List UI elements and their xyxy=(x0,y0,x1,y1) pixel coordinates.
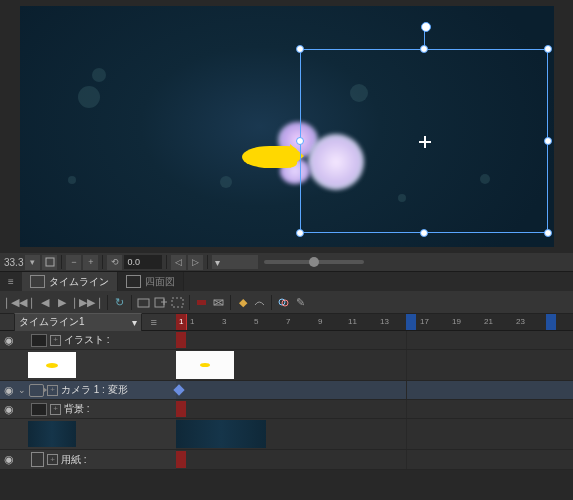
zoom-fit-icon[interactable] xyxy=(42,255,57,270)
onion-slider[interactable] xyxy=(264,260,364,264)
resize-handle-n[interactable] xyxy=(420,45,428,53)
goto-start-icon[interactable]: ❘◀ xyxy=(3,295,18,310)
clip-cel[interactable] xyxy=(176,351,234,379)
clip[interactable] xyxy=(176,401,186,417)
timeline-tracks: ◉ + イラスト : ◉ ⌄ + カメラ 1 : 変形 xyxy=(0,331,573,470)
ruler-marker[interactable] xyxy=(546,314,556,330)
track-lane[interactable] xyxy=(176,450,573,469)
play-icon[interactable]: ▶ xyxy=(54,295,69,310)
new-folder-icon[interactable] xyxy=(136,295,151,310)
camera-icon xyxy=(29,384,44,397)
timeline-ruler[interactable]: 1 1 3 5 7 9 11 13 17 19 21 23 xyxy=(176,314,573,331)
track-header-illust[interactable]: ◉ + イラスト : xyxy=(0,331,176,349)
clip[interactable] xyxy=(176,332,186,348)
track-thumb-row xyxy=(0,350,176,380)
visibility-icon[interactable]: ◉ xyxy=(2,453,15,466)
edit-icon[interactable]: ✎ xyxy=(293,295,308,310)
expand-icon[interactable]: + xyxy=(47,385,58,396)
track-lane[interactable] xyxy=(176,381,573,399)
visibility-icon[interactable]: ◉ xyxy=(2,334,15,347)
layer-thumb-icon xyxy=(31,403,47,416)
bg-bubble xyxy=(220,176,232,188)
track-lane[interactable] xyxy=(176,331,573,349)
next-view-icon[interactable]: ▷ xyxy=(188,255,203,270)
loop-icon[interactable]: ↻ xyxy=(112,295,127,310)
track-header-paper[interactable]: ◉ + 用紙 : xyxy=(0,450,176,469)
step-back-icon[interactable]: ◀❘ xyxy=(20,295,35,310)
rotate-icon[interactable]: ⟲ xyxy=(107,255,122,270)
resize-handle-s[interactable] xyxy=(420,229,428,237)
step-fwd-icon[interactable]: ❘▶ xyxy=(71,295,86,310)
zoom-value: 33.3 xyxy=(4,257,23,268)
bg-bubble xyxy=(68,176,76,184)
bg-bubble xyxy=(78,86,100,108)
svg-rect-0 xyxy=(46,258,54,266)
svg-rect-1 xyxy=(138,299,149,307)
visibility-icon[interactable]: ◉ xyxy=(2,403,15,416)
resize-handle-w[interactable] xyxy=(296,137,304,145)
zoom-out-icon[interactable]: − xyxy=(66,255,81,270)
track-header-bg[interactable]: ◉ + 背景 : xyxy=(0,400,176,418)
tab-timeline[interactable]: タイムライン xyxy=(22,272,118,291)
resize-handle-nw[interactable] xyxy=(296,45,304,53)
cel-thumbnail[interactable] xyxy=(28,352,76,378)
tab-fourview[interactable]: 四面図 xyxy=(118,272,184,291)
resize-handle-se[interactable] xyxy=(544,229,552,237)
keyframe[interactable] xyxy=(173,384,184,395)
time-input[interactable] xyxy=(124,255,162,269)
transform-pivot[interactable] xyxy=(419,136,431,148)
expand-icon[interactable]: + xyxy=(50,335,61,346)
track-lane[interactable] xyxy=(176,400,573,418)
chevron-down-icon: ▾ xyxy=(132,317,137,328)
svg-rect-4 xyxy=(197,300,206,305)
onion-skin-icon[interactable] xyxy=(276,295,291,310)
track-header-camera[interactable]: ◉ ⌄ + カメラ 1 : 変形 xyxy=(0,381,176,399)
timeline-select[interactable]: タイムライン1▾ xyxy=(14,313,142,332)
ruler-end-marker[interactable] xyxy=(406,314,416,330)
delete-clip-icon[interactable] xyxy=(211,295,226,310)
zoom-dropdown[interactable]: ▾ xyxy=(25,255,40,270)
chevron-down-icon[interactable]: ⌄ xyxy=(18,385,26,395)
fish-body xyxy=(242,146,297,168)
track-thumb-row xyxy=(0,419,176,449)
clip-icon[interactable] xyxy=(194,295,209,310)
chevron-down-icon: ▾ xyxy=(215,257,220,268)
paper-icon xyxy=(31,452,44,467)
status-bar: 33.3 ▾ − + ⟲ ◁ ▷ ▾ xyxy=(0,253,573,271)
clip-cel[interactable] xyxy=(176,420,266,448)
keyframe-add-icon[interactable]: ◆ xyxy=(235,295,250,310)
resize-handle-sw[interactable] xyxy=(296,229,304,237)
rotation-handle[interactable] xyxy=(421,22,431,32)
expand-icon[interactable]: + xyxy=(47,454,58,465)
view-combo[interactable]: ▾ xyxy=(212,255,258,269)
menu-icon[interactable]: ≡ xyxy=(0,272,22,291)
canvas-viewport[interactable] xyxy=(20,6,554,247)
prev-view-icon[interactable]: ◁ xyxy=(171,255,186,270)
layer-thumb-icon xyxy=(31,334,47,347)
svg-rect-3 xyxy=(172,298,183,307)
resize-handle-ne[interactable] xyxy=(544,45,552,53)
select-cel-icon[interactable] xyxy=(170,295,185,310)
resize-handle-e[interactable] xyxy=(544,137,552,145)
new-cel-icon[interactable] xyxy=(153,295,168,310)
play-back-icon[interactable]: ◀ xyxy=(37,295,52,310)
track-lane[interactable] xyxy=(176,419,573,449)
fourview-panel-icon xyxy=(126,275,141,288)
timeline-panel-icon xyxy=(30,275,45,288)
track-lane[interactable] xyxy=(176,350,573,380)
timeline-list-icon[interactable]: ≡ xyxy=(146,315,161,330)
goto-end-icon[interactable]: ▶❘ xyxy=(88,295,103,310)
expand-icon[interactable]: + xyxy=(50,404,61,415)
clip[interactable] xyxy=(176,451,186,468)
cel-thumbnail[interactable] xyxy=(28,421,76,447)
zoom-in-icon[interactable]: + xyxy=(83,255,98,270)
bg-bubble xyxy=(92,68,106,82)
interpolate-icon[interactable] xyxy=(252,295,267,310)
visibility-icon[interactable]: ◉ xyxy=(2,384,15,397)
